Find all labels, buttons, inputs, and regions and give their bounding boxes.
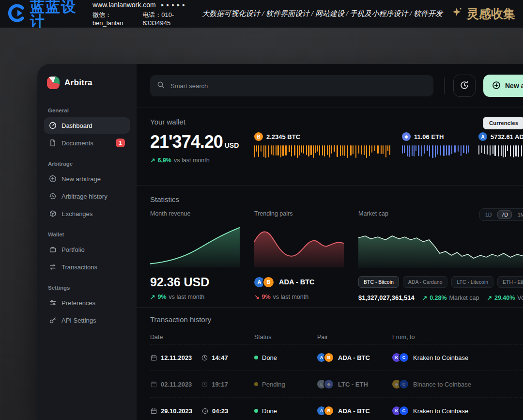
trending-pair: A B ADA - BTC [254,275,345,289]
app-name: Arbitra [64,78,92,88]
trend-down-icon: ↘ [254,293,259,300]
trending-pairs-chart [254,225,345,268]
trend-up-icon: ↗ [487,294,492,301]
btc-coin-icon: B [254,132,263,141]
holding-eth: ◆ 11.06 ETH [402,132,473,164]
status-dot [254,409,258,413]
site-logo[interactable]: 蓝蓝设计 [8,0,82,29]
date-cell: 29.10.2023 04:23 [150,407,254,415]
month-revenue-card: Month revenue 92.36 USD ↗ 9% v [150,210,241,301]
date-cell: 12.11.2023 14:47 [150,354,254,361]
range-1m[interactable]: 1M [514,210,523,219]
new-arbitrage-button[interactable]: New arbitrage [483,75,523,97]
sidebar-item-portfolio[interactable]: Portfolio [44,241,130,258]
balance-currency: USD [225,141,239,149]
pair-cell: A B ADA - BTC [317,352,392,363]
briefcase-icon [49,246,57,253]
col-status: Status [254,334,317,341]
ada-coin-icon: A [478,132,487,141]
filter-btc[interactable]: BTC - Bitcoin [358,276,399,288]
sparkle-icon [450,6,463,22]
range-1d[interactable]: 1D [481,210,495,219]
market-cap-value: $1,327,027,361,514 [358,294,415,301]
documents-badge: 1 [116,139,125,147]
transaction-history-title: Transaction history [150,315,523,324]
app-logo[interactable]: Arbitra [44,64,130,98]
table-row[interactable]: 12.11.2023 14:47 Done A B ADA - BTC [150,344,523,371]
filter-ltc[interactable]: LTC - Litecoin [451,276,493,288]
sidebar-item-new-arbitrage[interactable]: New arbitrage [44,171,130,187]
wallet-section: Your wallet Currencies Exchanges 21'374.… [137,108,523,186]
search-icon [157,81,165,91]
arbitra-dashboard-window: Arbitra General Dashboard Documents 1 Ar… [37,64,523,420]
gauge-icon [49,122,57,129]
wechat-label: 微信：ben_lanlan [92,11,136,27]
transaction-history-section: Transaction history Date Status Pair Fro… [137,308,523,420]
sidebar-item-preferences[interactable]: Preferences [44,295,130,311]
balance-value: 21'374.20 [150,132,223,152]
calendar-icon [150,354,157,361]
site-url: www.lanlanwork.com [92,1,156,9]
status-dot [254,356,258,359]
trending-change: ↘ 9% vs last month [254,293,345,300]
pair-cell: Ł ◆ LTC - ETH [317,379,392,389]
coinbase-icon: C [399,405,409,416]
sidebar-item-transactions[interactable]: Transactions [44,259,130,275]
inspiration-collect-link[interactable]: 灵感收集 [450,6,515,22]
currencies-button[interactable]: Currencies [483,117,523,129]
table-header: Date Status Pair From, to [150,330,523,344]
history-icon [49,192,57,200]
sidebar-item-api-settings[interactable]: API Settings [44,312,130,328]
sidebar-item-dashboard[interactable]: Dashboard [44,117,130,134]
history-restore-button[interactable] [453,75,476,97]
trend-up-icon: ↗ [422,294,427,301]
trending-pairs-card: Trending pairs A B ADA - BTC [254,210,345,301]
site-contact: www.lanlanwork.com ►►►►► 微信：ben_lanlan 电… [92,1,194,27]
filter-eth[interactable]: ETH - Ethereum [497,276,523,288]
status-cell: Done [254,354,317,361]
range-7d[interactable]: 7D [497,210,511,219]
trending-pairs-label: Trending pairs [254,210,345,218]
wallet-buttons: Currencies Exchanges [483,117,523,129]
pair-cell: A B ADA - BTC [317,405,392,416]
sidebar-item-documents[interactable]: Documents 1 [44,135,130,151]
eth-barcode-chart [402,145,470,158]
sidebar-item-exchanges[interactable]: Exchanges [44,205,130,222]
coinbase-icon: C [399,352,409,363]
month-revenue-change: ↗ 9% vs last month [150,293,241,300]
box-icon [49,210,57,218]
holding-btc: B 2.2345 BTC [254,132,396,164]
route-cell: K C Kraken to Coinbase [392,352,523,363]
plus-circle-icon [492,81,501,91]
search-input[interactable] [169,82,427,90]
status-cell: Done [254,407,317,415]
market-cap-coin-filters: BTC - Bitcoin ADA - Cardano LTC - Liteco… [358,275,523,289]
search-bar[interactable] [150,75,433,96]
screen: 蓝蓝设计 www.lanlanwork.com ►►►►► 微信：ben_lan… [0,0,523,420]
sidebar: Arbitra General Dashboard Documents 1 Ar… [37,64,137,420]
arbitra-logo-icon [47,77,60,89]
coinbase-icon: C [399,379,409,389]
site-brand-name: 蓝蓝设计 [30,0,82,29]
table-row[interactable]: 02.11.2023 19:17 Pending Ł ◆ LTC - ETH [150,371,523,398]
statistics-title: Statistics [150,195,523,203]
site-banner: 蓝蓝设计 www.lanlanwork.com ►►►►► 微信：ben_lan… [0,0,523,28]
eth-coin-icon: ◆ [323,379,334,389]
sidebar-section-arbitrage: Arbitrage [48,161,126,167]
key-icon [49,316,57,324]
date-cell: 02.11.2023 19:17 [150,381,254,388]
trend-up-icon: ↗ [150,156,155,164]
restore-clock-icon [460,80,469,92]
sidebar-item-arbitrage-history[interactable]: Arbitrage history [44,188,130,204]
phone-label: 电话：010-63334945 [142,11,194,27]
filter-ada[interactable]: ADA - Cardano [403,276,448,288]
swap-arrows-icon [49,263,57,271]
btc-amount: 2.2345 BTC [266,133,300,140]
range-toggle: 1D 7D 1M [479,208,523,221]
arrows-icon: ►►►►► [161,2,187,7]
balance-change: ↗ 6,9% vs last month [150,156,254,164]
btc-barcode-chart [254,145,392,158]
market-cap-card: Market cap 1D 7D 1M [358,210,523,301]
table-row[interactable]: 29.10.2023 04:23 Done A B ADA - BTC [150,398,523,420]
sidebar-section-wallet: Wallet [48,232,126,237]
